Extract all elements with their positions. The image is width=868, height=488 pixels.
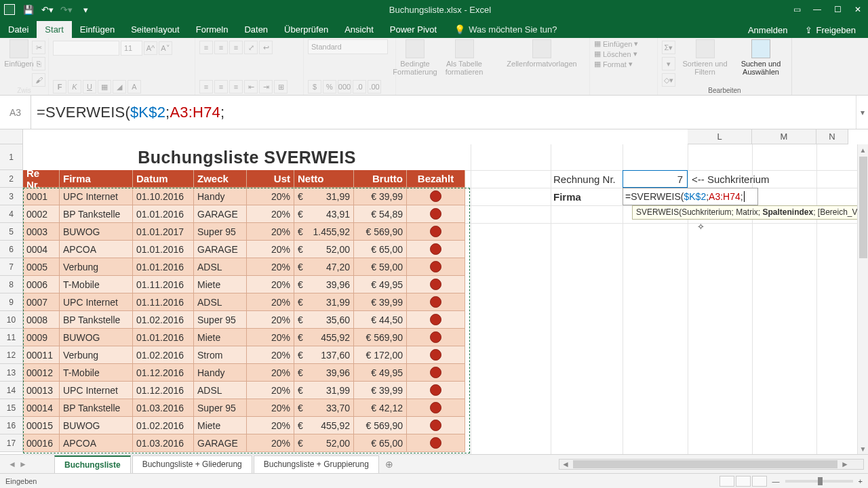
row-header[interactable]: 1 xyxy=(0,144,23,170)
hscroll-thumb[interactable] xyxy=(573,460,837,468)
tab-überprüfen[interactable]: Überprüfen xyxy=(276,21,336,38)
autosum-icon: Σ▾ xyxy=(662,41,675,54)
status-dot-icon xyxy=(430,279,441,290)
view-page-break-icon[interactable] xyxy=(752,476,767,487)
table-row[interactable]: 00013UPC Internet01.12.2016ADSL20%€31,99… xyxy=(23,382,471,399)
row-header[interactable]: 8 xyxy=(0,276,23,293)
scroll-right-icon[interactable]: ► xyxy=(839,460,851,469)
view-normal-icon[interactable] xyxy=(719,476,734,487)
conditional-formatting-button: Bedingte Formatierung xyxy=(400,39,430,79)
table-row[interactable]: 0008BP Tankstelle01.02.2016Super 9520%€3… xyxy=(23,311,471,329)
row-header[interactable]: 7 xyxy=(0,258,23,276)
col-header-cell[interactable]: Datum xyxy=(133,170,194,188)
row-header[interactable]: 5 xyxy=(0,223,23,241)
row-header[interactable]: 6 xyxy=(0,241,23,258)
row-header[interactable]: 17 xyxy=(0,434,23,452)
vscroll-thumb[interactable] xyxy=(859,157,867,258)
zoom-slider[interactable] xyxy=(785,480,853,483)
row-header[interactable]: 16 xyxy=(0,417,23,434)
sheet-tab[interactable]: Buchungsliste + Gliederung xyxy=(132,455,252,473)
scroll-up-icon[interactable]: ▲ xyxy=(858,144,868,155)
row-header[interactable]: 15 xyxy=(0,399,23,417)
tab-datei[interactable]: Datei xyxy=(0,21,37,38)
table-row[interactable]: 00011Verbung01.02.2016Strom20%€137,60€ 1… xyxy=(23,346,471,364)
clipboard-group-label: Zwis xyxy=(0,87,48,94)
scroll-left-icon[interactable]: ◄ xyxy=(559,460,572,469)
table-row[interactable]: 00012T-Mobile01.12.2016Handy20%€39,96€ 4… xyxy=(23,364,471,382)
col-header-cell[interactable]: Firma xyxy=(60,170,133,188)
tell-me-input[interactable]: 💡Was möchten Sie tun? xyxy=(449,21,562,38)
sheet-tab[interactable]: Buchungsliste + Gruppierung xyxy=(254,455,379,473)
col-header-cell[interactable]: Netto xyxy=(294,170,354,188)
col-header[interactable]: M xyxy=(752,129,816,144)
table-row[interactable]: 0005Verbung01.01.2016ADSL20%€47,20€ 59,0… xyxy=(23,258,471,276)
table-row[interactable]: 00016APCOA01.03.2016GARAGE20%€52,00€ 65,… xyxy=(23,434,471,452)
scroll-down-icon[interactable]: ▼ xyxy=(858,443,868,454)
qat-more-icon[interactable]: ▾ xyxy=(77,2,94,17)
status-dot-icon xyxy=(430,367,441,378)
col-header-cell[interactable]: Zweck xyxy=(194,170,247,188)
tab-start[interactable]: Start xyxy=(37,21,71,38)
tab-formeln[interactable]: Formeln xyxy=(188,21,237,38)
add-sheet-icon[interactable]: ⊕ xyxy=(380,459,398,470)
table-row[interactable]: 00014BP Tankstelle01.03.2016Super 9520%€… xyxy=(23,399,471,417)
status-dot-icon xyxy=(430,349,441,361)
close-icon[interactable]: ✕ xyxy=(848,0,868,19)
row-header[interactable]: 4 xyxy=(0,205,23,223)
tab-seitenlayout[interactable]: Seitenlayout xyxy=(123,21,188,38)
tab-einfügen[interactable]: Einfügen xyxy=(72,21,123,38)
row-header[interactable]: 2 xyxy=(0,170,23,188)
row-header[interactable]: 9 xyxy=(0,293,23,311)
row-header[interactable]: 11 xyxy=(0,329,23,346)
col-header[interactable]: N xyxy=(816,129,848,144)
freigeben-button[interactable]: ⇪Freigeben xyxy=(798,22,863,38)
select-all-corner[interactable] xyxy=(0,129,23,144)
col-header-cell[interactable]: Ust xyxy=(247,170,294,188)
align-center-icon: ≡ xyxy=(214,80,228,94)
tab-power pivot[interactable]: Power Pivot xyxy=(382,21,445,38)
row-header[interactable]: 10 xyxy=(0,311,23,329)
ribbon-options-icon[interactable]: ▭ xyxy=(787,0,807,19)
rechnung-nr-value[interactable]: 7 xyxy=(623,170,688,188)
row-header[interactable]: 14 xyxy=(0,382,23,399)
row-header[interactable]: 12 xyxy=(0,346,23,364)
table-row[interactable]: 0006T-Mobile01.11.2016Miete20%€39,96€ 49… xyxy=(23,276,471,293)
tab-daten[interactable]: Daten xyxy=(236,21,276,38)
table-row[interactable]: 0002BP Tankstelle01.01.2016GARAGE20%€43,… xyxy=(23,205,471,223)
status-dot-icon xyxy=(430,331,441,343)
table-row[interactable]: 00015BUWOG01.02.2016Miete20%€455,92€ 569… xyxy=(23,417,471,434)
anmelden-link[interactable]: Anmelden xyxy=(741,22,795,38)
formula-edit-cell[interactable]: =SVERWEIS($K$2;A3:H74; xyxy=(623,188,758,205)
undo-icon[interactable]: ↶▾ xyxy=(39,2,56,17)
col-header[interactable]: L xyxy=(688,129,752,144)
table-row[interactable]: 0001UPC Internet01.10.2016Handy20%€31,99… xyxy=(23,188,471,205)
table-row[interactable]: 0003BUWOG01.01.2017Super 9520%€1.455,92€… xyxy=(23,223,471,241)
save-icon[interactable]: 💾 xyxy=(20,2,37,17)
find-select-button[interactable]: Suchen und Auswählen xyxy=(734,39,787,79)
status-dot-icon xyxy=(430,296,441,308)
maximize-icon[interactable]: ☐ xyxy=(827,0,848,19)
col-header-cell[interactable]: Re Nr. xyxy=(23,170,60,188)
status-dot-icon xyxy=(430,243,441,255)
cells-format: ▦ Format ▾ xyxy=(594,60,653,68)
sheet-tab[interactable]: Buchungsliste xyxy=(54,455,131,473)
formula-expand-icon[interactable]: ▾ xyxy=(856,96,868,129)
formula-bar[interactable]: =SVERWEIS($K$2;A3:H74; xyxy=(31,96,856,129)
tab-nav-prev-icon[interactable]: ◄ xyxy=(8,460,16,469)
row-header[interactable]: 3 xyxy=(0,188,23,205)
col-header-cell[interactable]: Brutto xyxy=(354,170,407,188)
col-header-cell[interactable]: Bezahlt xyxy=(407,170,465,188)
vertical-scrollbar[interactable]: ▲ ▼ xyxy=(857,144,868,454)
minimize-icon[interactable]: — xyxy=(807,0,827,19)
firma-label: Firma xyxy=(553,188,621,205)
table-row[interactable]: 0004APCOA01.01.2016GARAGE20%€52,00€ 65,0… xyxy=(23,241,471,258)
align-left-icon: ≡ xyxy=(199,80,213,94)
table-row[interactable]: 0007UPC Internet01.11.2016ADSL20%€31,99€… xyxy=(23,293,471,311)
table-row[interactable]: 0009BUWOG01.01.2016Miete20%€455,92€ 569,… xyxy=(23,329,471,346)
row-header[interactable]: 13 xyxy=(0,364,23,382)
name-box[interactable]: A3 xyxy=(0,96,31,129)
tab-ansicht[interactable]: Ansicht xyxy=(336,21,382,38)
tab-nav-next-icon[interactable]: ► xyxy=(19,460,27,469)
view-page-layout-icon[interactable] xyxy=(736,476,751,487)
horizontal-scrollbar[interactable]: ◄ ► xyxy=(559,459,864,470)
